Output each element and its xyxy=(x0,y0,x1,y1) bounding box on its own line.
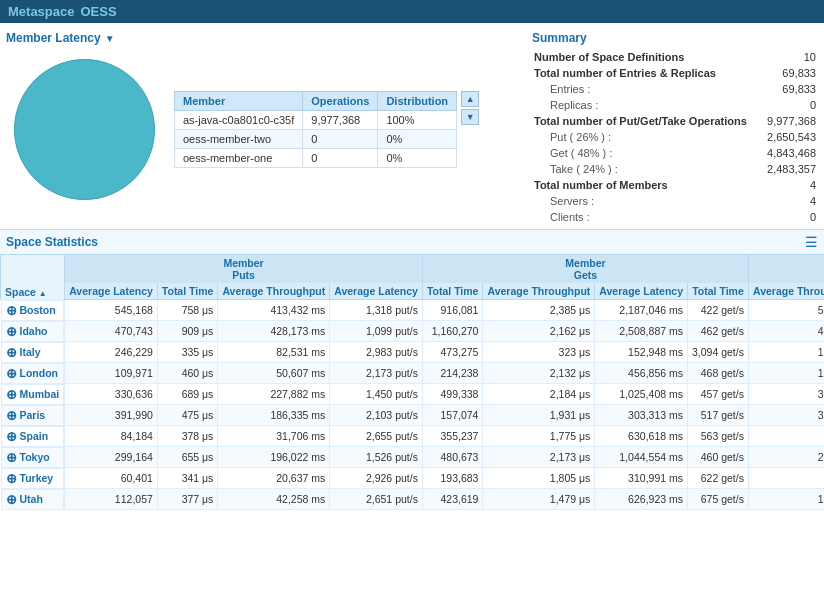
member-puts: 112,057 xyxy=(65,489,158,510)
member-latency-panel: Member Latency ▼ Member Operations Distr… xyxy=(4,27,526,225)
get-total: 630,618 ms xyxy=(595,426,688,447)
member-gets: 214,238 xyxy=(422,363,483,384)
latency-table-wrapper: Member Operations Distribution as-java-c… xyxy=(174,91,479,168)
expand-button[interactable]: ⊕ xyxy=(6,471,17,486)
member-puts: 246,229 xyxy=(65,342,158,363)
stats-table-row: ⊕ Italy 246,229 335 μs 82,531 ms 2,983 p… xyxy=(1,342,825,363)
member-latency-title[interactable]: Member Latency ▼ xyxy=(4,27,526,49)
th-takes-group: MemberTakes xyxy=(748,255,824,284)
space-name[interactable]: London xyxy=(20,367,58,379)
member-gets: 1,160,270 xyxy=(422,321,483,342)
stats-table-row: ⊕ Spain 84,184 378 μs 31,706 ms 2,655 pu… xyxy=(1,426,825,447)
expand-button[interactable]: ⊕ xyxy=(6,408,17,423)
summary-item-label: Clients : xyxy=(530,209,761,225)
summary-item-value: 2,650,543 xyxy=(761,129,820,145)
summary-row: Servers : 4 xyxy=(530,193,820,209)
member-operations: 0 xyxy=(303,129,378,148)
get-latency: 1,775 μs xyxy=(483,426,595,447)
space-name[interactable]: Mumbai xyxy=(20,388,60,400)
member-gets: 473,275 xyxy=(422,342,483,363)
th-space[interactable]: Space xyxy=(1,255,65,300)
th-subcol-3: Average Latency xyxy=(330,283,423,300)
summary-item-label: Total number of Members xyxy=(530,177,761,193)
space-name-cell: ⊕ Idaho xyxy=(1,321,65,342)
put-throughput: 1,099 put/s xyxy=(330,321,423,342)
space-name-cell: ⊕ Spain xyxy=(1,426,65,447)
put-total: 82,531 ms xyxy=(218,342,330,363)
space-name[interactable]: Utah xyxy=(20,493,43,505)
space-name[interactable]: Tokyo xyxy=(20,451,50,463)
member-puts: 391,990 xyxy=(65,405,158,426)
scroll-down-button[interactable]: ▼ xyxy=(461,109,479,125)
svg-point-0 xyxy=(14,59,154,199)
get-throughput: 460 get/s xyxy=(687,447,748,468)
expand-button[interactable]: ⊕ xyxy=(6,429,17,444)
space-name[interactable]: Spain xyxy=(20,430,49,442)
member-name: oess-member-two xyxy=(175,129,303,148)
get-total: 456,856 ms xyxy=(595,363,688,384)
stats-table-row: ⊕ Mumbai 330,636 689 μs 227,882 ms 1,450… xyxy=(1,384,825,405)
expand-button[interactable]: ⊕ xyxy=(6,366,17,381)
summary-item-label: Servers : xyxy=(530,193,761,209)
put-latency: 758 μs xyxy=(157,300,218,321)
member-takes: 77,024 xyxy=(748,426,824,447)
th-subcol-5: Average Throughput xyxy=(483,283,595,300)
space-name[interactable]: Turkey xyxy=(20,472,54,484)
member-takes: 102,005 xyxy=(748,363,824,384)
get-latency: 323 μs xyxy=(483,342,595,363)
latency-table-row: as-java-c0a801c0-c35f 9,977,368 100% xyxy=(175,110,457,129)
get-throughput: 422 get/s xyxy=(687,300,748,321)
member-takes: 384,001 xyxy=(748,405,824,426)
space-name[interactable]: Idaho xyxy=(20,325,48,337)
summary-item-value: 4 xyxy=(761,193,820,209)
get-throughput: 675 get/s xyxy=(687,489,748,510)
put-throughput: 2,651 put/s xyxy=(330,489,423,510)
get-total: 1,044,554 ms xyxy=(595,447,688,468)
col-member: Member xyxy=(175,91,303,110)
put-latency: 475 μs xyxy=(157,405,218,426)
put-latency: 909 μs xyxy=(157,321,218,342)
summary-row: Get ( 48% ) : 4,843,468 xyxy=(530,145,820,161)
stats-table-row: ⊕ Boston 545,168 758 μs 413,432 ms 1,318… xyxy=(1,300,825,321)
member-takes: 322,647 xyxy=(748,384,824,405)
put-throughput: 2,983 put/s xyxy=(330,342,423,363)
put-total: 42,258 ms xyxy=(218,489,330,510)
list-view-icon[interactable]: ☰ xyxy=(805,234,818,250)
app-sub: OESS xyxy=(80,4,116,19)
top-section: Member Latency ▼ Member Operations Distr… xyxy=(0,23,824,229)
expand-button[interactable]: ⊕ xyxy=(6,324,17,339)
th-subcol-6: Average Latency xyxy=(595,283,688,300)
get-total: 2,187,046 ms xyxy=(595,300,688,321)
get-latency: 2,132 μs xyxy=(483,363,595,384)
put-latency: 689 μs xyxy=(157,384,218,405)
member-gets: 423,619 xyxy=(422,489,483,510)
member-gets: 193,683 xyxy=(422,468,483,489)
space-name[interactable]: Italy xyxy=(20,346,41,358)
member-puts: 330,636 xyxy=(65,384,158,405)
expand-button[interactable]: ⊕ xyxy=(6,492,17,507)
expand-button[interactable]: ⊕ xyxy=(6,345,17,360)
put-total: 50,607 ms xyxy=(218,363,330,384)
space-stats-title: Space Statistics xyxy=(6,235,98,249)
summary-row: Entries : 69,833 xyxy=(530,81,820,97)
space-name[interactable]: Boston xyxy=(20,304,56,316)
stats-table-row: ⊕ Paris 391,990 475 μs 186,335 ms 2,103 … xyxy=(1,405,825,426)
put-throughput: 2,103 put/s xyxy=(330,405,423,426)
stats-table-row: ⊕ Turkey 60,401 341 μs 20,637 ms 2,926 p… xyxy=(1,468,825,489)
get-total: 626,923 ms xyxy=(595,489,688,510)
get-throughput: 468 get/s xyxy=(687,363,748,384)
member-gets: 499,338 xyxy=(422,384,483,405)
scroll-up-button[interactable]: ▲ xyxy=(461,91,479,107)
space-name[interactable]: Paris xyxy=(20,409,46,421)
expand-button[interactable]: ⊕ xyxy=(6,387,17,402)
get-latency: 2,184 μs xyxy=(483,384,595,405)
expand-button[interactable]: ⊕ xyxy=(6,303,17,318)
expand-button[interactable]: ⊕ xyxy=(6,450,17,465)
member-gets: 355,237 xyxy=(422,426,483,447)
summary-item-value: 4 xyxy=(761,177,820,193)
latency-table: Member Operations Distribution as-java-c… xyxy=(174,91,457,168)
member-latency-label: Member Latency xyxy=(6,31,101,45)
member-gets: 480,673 xyxy=(422,447,483,468)
summary-item-value: 4,843,468 xyxy=(761,145,820,161)
put-latency: 460 μs xyxy=(157,363,218,384)
